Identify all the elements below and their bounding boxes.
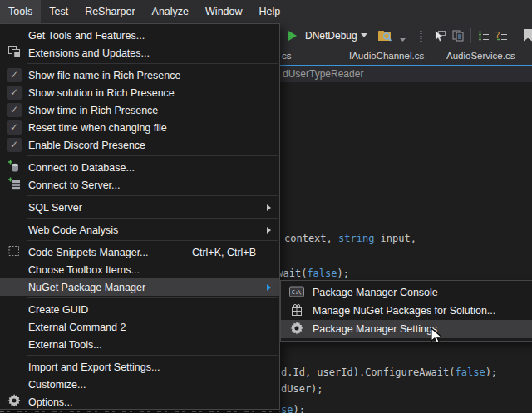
menu-item-label: Create GUID	[28, 304, 256, 316]
menu-separator	[27, 297, 278, 298]
menu-item-label: Reset time when changing file	[28, 122, 256, 134]
menu-item-label: Code Snippets Manager...	[28, 247, 192, 258]
code-segment: d.Id, userId).ConfigureAwait(	[281, 366, 456, 378]
snippets-icon	[7, 244, 21, 260]
menubar-item[interactable]: Window	[197, 0, 250, 23]
caret-down-icon[interactable]	[360, 27, 368, 44]
editor-tab-strip: csIAudioChannel.csAudioService.cs	[280, 47, 532, 66]
bookmark-icon[interactable]	[520, 27, 532, 44]
menu-item-label: Show solution in Rich Presence	[28, 87, 256, 99]
editor-tab[interactable]: IAudioChannel.cs	[349, 47, 424, 65]
code-segment: );	[293, 404, 304, 413]
code-segment: );	[337, 268, 349, 279]
menu-item[interactable]: Connect to Database...	[0, 159, 279, 176]
code-segment: input,	[374, 233, 416, 244]
standard-toolbar: DNetDebug ?	[280, 23, 532, 47]
menu-item[interactable]: ✓ Show time in Rich Presence	[0, 101, 279, 119]
code-segment: );	[485, 366, 497, 378]
menu-item-label: Extensions and Updates...	[28, 47, 256, 59]
overflow-caret-icon[interactable]	[395, 27, 411, 44]
format-document-icon[interactable]	[475, 27, 492, 44]
extensions-icon	[7, 45, 21, 61]
menu-bar: ToolsTestReSharperAnalyzeWindowHelp	[0, 0, 532, 23]
toolbar-separator	[372, 28, 372, 43]
gear-icon	[7, 394, 21, 410]
menubar-item[interactable]: Test	[41, 0, 76, 23]
menubar-item[interactable]: Help	[251, 0, 289, 23]
menu-item-label: Show time in Rich Presence	[28, 105, 256, 116]
run-play-icon[interactable]	[284, 27, 301, 44]
menu-item[interactable]: Create GUID	[0, 301, 279, 318]
toolbar-separator	[470, 28, 471, 43]
menu-item[interactable]: SQL Server	[0, 199, 279, 216]
code-segment: context,	[284, 233, 338, 244]
menu-separator	[27, 240, 278, 241]
menu-item-label: Options...	[28, 396, 256, 408]
submenu-item[interactable]: Package Manager Settings	[281, 320, 532, 338]
menu-item-label: Choose Toolbox Items...	[28, 264, 256, 276]
code-line: se);	[281, 404, 305, 413]
code-line: context, string input,	[284, 233, 416, 244]
submenu-item[interactable]: Manage NuGet Packages for Solution...	[281, 302, 532, 320]
menu-item[interactable]: Customize...	[0, 376, 279, 393]
svg-text:C:\: C:\	[292, 288, 302, 295]
menu-item[interactable]: NuGet Package Manager	[0, 278, 279, 296]
editor-tab[interactable]: AudioService.cs	[446, 47, 515, 65]
menu-item[interactable]: Web Code Analysis	[0, 221, 279, 238]
menu-item[interactable]: Extensions and Updates...	[0, 44, 279, 61]
menu-item[interactable]: External Tools...	[0, 336, 279, 353]
menu-separator	[27, 195, 278, 196]
menu-item-label: Get Tools and Features...	[28, 30, 256, 42]
menubar-item[interactable]: ReSharper	[76, 0, 143, 23]
menu-item-label: Web Code Analysis	[28, 224, 256, 236]
check-icon: ✓	[7, 103, 22, 117]
dots-handle-icon[interactable]	[413, 27, 430, 44]
server-add-icon	[7, 177, 21, 193]
menu-item[interactable]: ✓ Show file name in Rich Presence	[0, 66, 279, 84]
menu-separator	[27, 155, 278, 156]
code-segment: false	[307, 268, 337, 279]
copy-lines-icon[interactable]	[450, 27, 466, 44]
menu-item[interactable]: Choose Toolbox Items...	[0, 261, 279, 278]
check-icon: ✓	[7, 68, 22, 82]
nuget-submenu: C:\ Package Manager Console Manage NuGet…	[280, 280, 532, 342]
menu-item[interactable]: ✓ Reset time when changing file	[0, 119, 279, 136]
menu-item-label: External Command 2	[28, 322, 256, 333]
organize-usings-icon[interactable]: ?	[494, 27, 510, 44]
submenu-item-label: Package Manager Settings	[313, 323, 532, 335]
code-segment: string	[338, 233, 374, 244]
menu-item-label: External Tools...	[28, 339, 256, 351]
menu-item[interactable]: ✓ Show solution in Rich Presence	[0, 84, 279, 101]
gear-icon	[290, 322, 303, 337]
menu-item-label: Enable Discord Presence	[28, 140, 256, 151]
menu-item[interactable]: Connect to Server...	[0, 176, 279, 194]
run-configuration-label[interactable]: DNetDebug	[305, 30, 357, 42]
menu-item-shortcut: Ctrl+K, Ctrl+B	[192, 247, 256, 258]
code-segment: false	[456, 366, 485, 378]
database-add-icon	[7, 160, 21, 175]
menu-item[interactable]: Code Snippets Manager... Ctrl+K, Ctrl+B	[0, 243, 279, 261]
menu-item-label: Import and Export Settings...	[28, 361, 256, 373]
submenu-arrow-icon	[266, 204, 279, 212]
mouse-cursor	[430, 327, 443, 349]
menubar-item[interactable]: Tools	[0, 0, 41, 23]
menubar-item[interactable]: Analyze	[144, 0, 197, 23]
code-line: dUser);	[281, 383, 323, 395]
menu-item[interactable]: Import and Export Settings...	[0, 358, 279, 376]
editor-breadcrumb[interactable]: dUserTypeReader	[280, 66, 532, 82]
menu-item-label: SQL Server	[28, 202, 256, 214]
submenu-item[interactable]: C:\ Package Manager Console	[281, 283, 532, 302]
navigate-to-icon[interactable]	[431, 27, 448, 44]
menu-item[interactable]: Options...	[0, 393, 279, 411]
editor-tab[interactable]: cs	[282, 47, 292, 65]
menu-item[interactable]: Get Tools and Features...	[0, 27, 279, 44]
find-in-files-icon[interactable]	[377, 27, 393, 44]
menu-item[interactable]: ✓ Enable Discord Presence	[0, 136, 279, 154]
menu-separator	[27, 63, 278, 64]
menu-item[interactable]: External Command 2	[0, 318, 279, 336]
check-icon: ✓	[7, 138, 22, 152]
submenu-arrow-icon	[266, 226, 279, 234]
menu-separator	[27, 218, 278, 219]
console-icon: C:\	[289, 286, 304, 300]
check-icon: ✓	[7, 86, 22, 100]
